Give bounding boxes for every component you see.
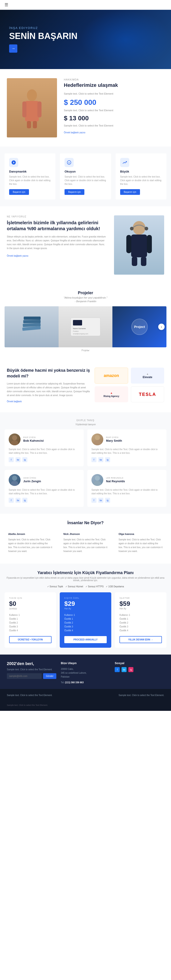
team-social-1: f tw ig xyxy=(9,457,80,462)
team-name-2: Mary Smith xyxy=(106,439,122,442)
feature-title-3: Büyük xyxy=(120,170,162,173)
team-social-2: f tw ig xyxy=(91,457,162,462)
footer-twitter-icon[interactable]: tw xyxy=(121,667,126,672)
twitter-icon-2[interactable]: tw xyxy=(98,457,103,462)
testimonial-card-3: Olga Ivanova Sample text. Click to selec… xyxy=(115,529,166,557)
about-title: Hedeflerimize ulaşmak xyxy=(64,82,164,88)
team-role-3: AKIM ÜYESI xyxy=(23,477,41,479)
hero-cta-arrow[interactable]: → xyxy=(9,45,17,52)
svg-text:Project: Project xyxy=(134,325,145,329)
footer-social-icons: f tw ig xyxy=(115,667,164,672)
svg-rect-19 xyxy=(73,320,82,325)
team-text-3: Sample text. Click to select the Text. C… xyxy=(9,488,80,495)
instagram-icon-1[interactable]: ig xyxy=(22,457,27,462)
pricing-feature-1: ✓ Sonsuz Topik xyxy=(47,585,63,588)
twitter-icon-3[interactable]: tw xyxy=(16,498,21,503)
svg-text:email@company.com: email@company.com xyxy=(73,333,88,335)
footer-copyright-text: Sample text. Click to select the Text El… xyxy=(7,704,164,706)
footer-subscribe-btn[interactable]: Gönder xyxy=(43,673,56,679)
price-btn-3[interactable]: Yıllık Devam Edin → xyxy=(120,636,162,643)
about-sample-text-2: Sample text. Click to select the Text El… xyxy=(64,108,164,113)
price-feature-3-1: Kullanıcı 1 xyxy=(120,613,162,617)
testimonial-text-1: Sample text. Click to select the Text. C… xyxy=(8,538,53,553)
facebook-icon-1[interactable]: f xyxy=(9,457,14,462)
partners-grid: Büyük ödeme hacmi mi yoksa benzersiz iş … xyxy=(7,368,164,403)
what-link[interactable]: Örnek bağlantı yazısı xyxy=(7,255,29,257)
testimonial-card-2: Nick Jhonson Sample text. Click to selec… xyxy=(60,529,111,557)
footer-col-since: 2002'den beri, Sample text. Click to sel… xyxy=(7,662,56,684)
instagram-icon-4[interactable]: ig xyxy=(105,498,110,503)
twitter-icon-4[interactable]: tw xyxy=(98,498,103,503)
footer-facebook-icon[interactable]: f xyxy=(115,667,120,672)
team-social-4: f tw ig xyxy=(91,498,162,503)
feature-card-3: Büyük Sample text. Click to select the t… xyxy=(116,153,166,199)
carousel-next-arrow[interactable]: › xyxy=(158,324,165,330)
price-feature-3-3: Özellik 2 xyxy=(120,621,162,625)
instagram-icon-2[interactable]: ig xyxy=(105,457,110,462)
partner-logo-rising: ▲ Rising Agency xyxy=(94,386,128,402)
price-feature-1-5: Özellik 4 xyxy=(9,628,51,632)
svg-rect-11 xyxy=(141,257,146,266)
price-feature-2-5: Özellik 4 xyxy=(64,628,107,632)
footer-email-input[interactable] xyxy=(7,673,42,679)
footer-grid: 2002'den beri, Sample text. Click to sel… xyxy=(7,662,164,684)
what-text: Siteye ekleyin ya da başka yerlerde, nam… xyxy=(7,235,107,250)
footer-phone-label: Tel: xyxy=(61,681,64,684)
svg-rect-7 xyxy=(131,234,147,257)
price-feature-1-3: Özellik 2 xyxy=(9,621,51,625)
team-name-3: Jurin Zengin xyxy=(23,479,41,483)
team-member-1-info: EKIP ÜYESI Bob Kahvecisi xyxy=(23,436,44,443)
price-btn-1[interactable]: Ücretsiz • Yükleyin xyxy=(9,636,51,643)
avatar-1 xyxy=(9,433,21,445)
team-member-2-info: EKIP ÜYESI Mary Smith xyxy=(106,436,122,443)
hamburger-icon[interactable]: ☰ xyxy=(5,2,8,7)
svg-rect-5 xyxy=(33,121,37,128)
team-card-1: EKIP ÜYESI Bob Kahvecisi Sample text. Cl… xyxy=(5,430,84,466)
partner-logo-elevate: ▲ Elevate xyxy=(131,368,164,383)
feature-text-1: Sample text. Click to select the text bo… xyxy=(9,175,51,186)
avatar-2 xyxy=(91,433,103,445)
what-image xyxy=(114,215,164,275)
facebook-icon-3[interactable]: f xyxy=(9,498,14,503)
team-section: Ekiple tanış Yüzlerimizi tanıyın EKIP ÜY… xyxy=(0,412,171,514)
partners-logos: amazon ▲ Elevate ▲ Rising Agency TESLA xyxy=(94,368,164,402)
team-member-3-info: AKIM ÜYESI Jurin Zengin xyxy=(23,477,41,484)
feature-icon-2 xyxy=(64,158,74,167)
price-feature-1-4: Özellik 3 xyxy=(9,625,51,628)
footer-col-contact: Bize Ulaşın 20000 Caks,345 so undefined … xyxy=(61,662,110,684)
footer-instagram-icon[interactable]: ig xyxy=(128,667,133,672)
instagram-icon-3[interactable]: ig xyxy=(22,498,27,503)
footer-address: 20000 Caks,345 so undefined Lahore,Pakis… xyxy=(61,667,110,679)
what-we-do-section: ne yapıyoruz İşletmelerin bizimle ilk yı… xyxy=(0,206,171,284)
what-image-inner xyxy=(114,215,164,275)
facebook-icon-2[interactable]: f xyxy=(91,457,96,462)
team-role-4: Lee Rheunold xyxy=(106,477,125,479)
pricing-header: Yaratıcı İşletmeniz İçin Küçük Fiyatland… xyxy=(5,570,166,582)
feature-btn-1[interactable]: Başarım için xyxy=(9,189,29,195)
price-period-1: ücretsiz xyxy=(9,608,51,610)
about-link[interactable]: Örnek bağlantı yazısı xyxy=(64,131,85,134)
testimonials-title: İnsanlar Ne Diyor? xyxy=(5,520,166,525)
price-feature-3-2: Özellik 1 xyxy=(120,617,162,621)
pricing-section: Yaratıcı İşletmeniz İçin Küçük Fiyatland… xyxy=(0,563,171,655)
features-grid: Danışmanlık Sample text. Click to select… xyxy=(5,153,166,199)
price-label-3: İşletme xyxy=(120,597,162,599)
pricing-title: Yaratıcı İşletmeniz İçin Küçük Fiyatland… xyxy=(5,570,166,575)
svg-rect-2 xyxy=(22,102,26,118)
svg-point-6 xyxy=(133,221,145,235)
projects-quote: "Aklına koyduğun her şeyi yapabilirsin." xyxy=(5,296,166,299)
what-label: ne yapıyoruz xyxy=(7,215,107,218)
twitter-icon-1[interactable]: tw xyxy=(16,457,21,462)
team-text-2: Sample text. Click to select the Text. C… xyxy=(91,448,162,455)
testimonials-grid: Abella Jensen Sample text. Click to sele… xyxy=(5,529,166,557)
feature-btn-3[interactable]: Başarım için xyxy=(120,189,140,195)
hero-bg-effect xyxy=(80,10,171,69)
testimonial-card-1: Abella Jensen Sample text. Click to sele… xyxy=(5,529,56,557)
team-card-header-1: EKIP ÜYESI Bob Kahvecisi xyxy=(9,433,80,445)
team-label: Ekiple tanış xyxy=(5,419,166,422)
price-btn-2[interactable]: Proceed Annually xyxy=(64,636,107,643)
feature-btn-2[interactable]: Başarım için xyxy=(64,189,85,195)
svg-point-29 xyxy=(12,476,17,480)
partners-link[interactable]: Örnek bağlantı xyxy=(7,400,22,403)
facebook-icon-4[interactable]: f xyxy=(91,498,96,503)
